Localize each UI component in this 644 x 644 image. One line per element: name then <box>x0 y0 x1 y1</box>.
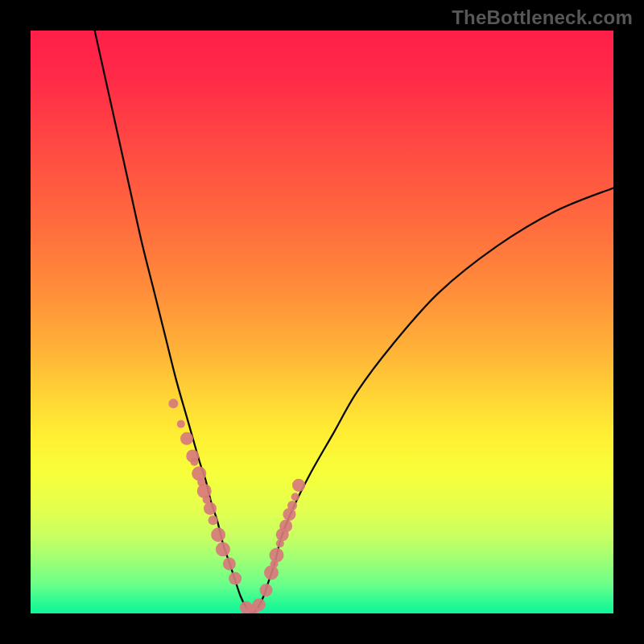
marker-point <box>223 557 236 570</box>
chart-stage: TheBottleneck.com <box>0 0 644 644</box>
marker-point <box>197 484 212 498</box>
marker-point <box>291 493 299 501</box>
marker-point <box>190 458 198 466</box>
marker-point <box>204 502 217 515</box>
marker-point <box>177 420 185 428</box>
curve-overlay <box>31 31 613 613</box>
marker-point <box>264 565 279 580</box>
marker-point <box>253 598 266 611</box>
marker-point <box>192 466 206 481</box>
marker-point <box>168 398 178 408</box>
marker-point <box>208 515 218 525</box>
bottleneck-curve <box>95 31 613 613</box>
marker-point <box>279 519 292 532</box>
marker-point <box>292 479 305 492</box>
marker-point <box>287 501 297 510</box>
marker-point <box>229 572 242 585</box>
marker-point <box>260 584 273 597</box>
marker-point <box>270 548 284 563</box>
marker-point <box>180 432 193 445</box>
marker-point <box>216 542 230 556</box>
marker-cluster <box>168 398 305 613</box>
marker-point <box>211 527 225 542</box>
watermark-text: TheBottleneck.com <box>452 6 633 29</box>
plot-area <box>31 31 613 613</box>
